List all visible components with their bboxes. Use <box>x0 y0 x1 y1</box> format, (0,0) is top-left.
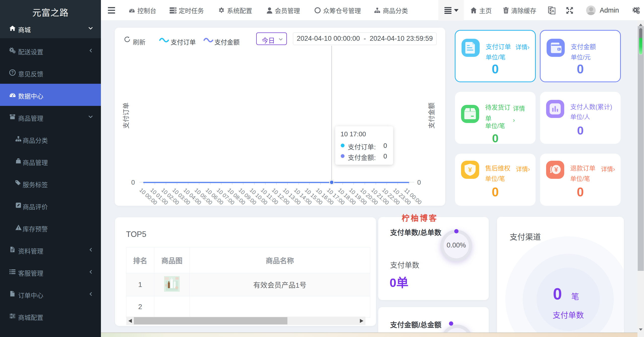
svg-text:?: ? <box>11 70 14 75</box>
svg-text:A: A <box>552 9 554 13</box>
svg-text:¥: ¥ <box>468 166 472 174</box>
svg-text:¥: ¥ <box>554 166 558 173</box>
